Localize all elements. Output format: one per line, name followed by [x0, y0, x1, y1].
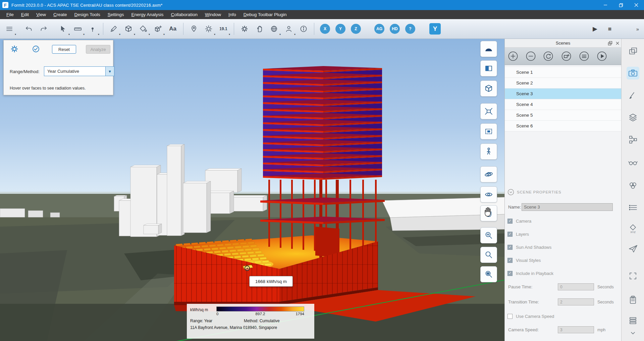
zoom-window-button[interactable]: [480, 247, 497, 263]
reset-button[interactable]: Reset: [52, 45, 76, 54]
undo-button[interactable]: [21, 21, 36, 36]
collaboration-button[interactable]: ▾: [281, 21, 296, 36]
main-menu-button[interactable]: ▾: [2, 21, 17, 36]
scene-row[interactable]: Scene 4: [505, 99, 621, 110]
display-halfstyle-button[interactable]: [480, 60, 497, 76]
layers-checkbox[interactable]: [507, 232, 513, 237]
use-camera-speed-checkbox[interactable]: [507, 314, 513, 319]
paint-tool-button[interactable]: ▾: [136, 21, 151, 36]
transition-time-input[interactable]: [558, 298, 594, 305]
scene-name-input[interactable]: [522, 203, 613, 211]
line-tool-button[interactable]: ▾: [106, 21, 121, 36]
update-scene-button[interactable]: [543, 51, 553, 61]
sun-and-shadows-checkbox[interactable]: [507, 245, 513, 250]
menu-design-tools[interactable]: Design Tools: [71, 10, 104, 19]
context-globe-button[interactable]: ▾: [267, 21, 281, 36]
camera-checkbox[interactable]: [507, 219, 513, 224]
display-monochrome-button[interactable]: [480, 80, 497, 97]
scene-properties-header[interactable]: SCENE PROPERTIES: [507, 189, 561, 195]
range-method-dropdown[interactable]: Year Cumulative ▼: [44, 66, 114, 76]
menu-energy-analysis[interactable]: Energy Analysis: [127, 10, 167, 19]
orbit-button[interactable]: [480, 166, 497, 182]
remove-scene-button[interactable]: [526, 51, 536, 61]
location-axes-button[interactable]: XYZ: [627, 222, 639, 235]
select-tool-button[interactable]: ▾: [56, 21, 70, 36]
ag-button[interactable]: AG: [374, 24, 384, 34]
display-shaded-button[interactable]: [480, 41, 497, 57]
scene-options-button[interactable]: [579, 51, 589, 61]
vr-panel-button[interactable]: [627, 156, 639, 169]
visual-styles-checkbox[interactable]: [507, 258, 513, 263]
menu-window[interactable]: Window: [201, 10, 225, 19]
sun-shadows-button[interactable]: ▾: [201, 21, 216, 36]
pan-hand-button[interactable]: [252, 21, 267, 36]
play-button[interactable]: ▶: [588, 21, 602, 36]
materials-panel-button[interactable]: [627, 89, 639, 102]
measure-tool-button[interactable]: ▾: [70, 21, 85, 36]
menu-view[interactable]: View: [33, 10, 50, 19]
zoom-model-button[interactable]: [480, 266, 497, 282]
analysis-tower[interactable]: [263, 66, 382, 180]
look-around-button[interactable]: [480, 186, 497, 203]
float-panel-button[interactable]: [606, 40, 614, 47]
properties-panel-button[interactable]: [627, 45, 639, 58]
menu-collaboration[interactable]: Collaboration: [167, 10, 202, 19]
axis-y-button[interactable]: Y: [335, 24, 345, 34]
group-tool-button[interactable]: ▾: [151, 21, 165, 36]
notes-panel-button[interactable]: [627, 293, 639, 306]
duplicate-scene-button[interactable]: [561, 51, 572, 61]
layers-panel-button[interactable]: [627, 111, 639, 124]
camera-speed-input[interactable]: [558, 326, 594, 333]
restore-button[interactable]: [613, 0, 629, 10]
pause-time-input[interactable]: [558, 283, 594, 290]
strip-collapse-button[interactable]: [629, 330, 637, 337]
play-scenes-button[interactable]: [597, 51, 607, 61]
menu-debug-toolbar-plugin[interactable]: Debug Toolbar Plugin: [240, 10, 290, 19]
menu-edit[interactable]: Edit: [17, 10, 33, 19]
stop-button[interactable]: ■: [602, 21, 617, 36]
text-tool-button[interactable]: Aa: [165, 21, 180, 36]
zoom-extents-button[interactable]: [480, 103, 497, 119]
scene-row[interactable]: Scene 2: [505, 78, 621, 89]
close-panel-button[interactable]: [614, 40, 621, 47]
plugin-logo-button[interactable]: Y: [429, 23, 441, 35]
settings-button[interactable]: [237, 21, 252, 36]
redo-button[interactable]: [36, 21, 51, 36]
toolbar-overflow-button[interactable]: »: [633, 21, 642, 36]
walkthrough-button[interactable]: [480, 144, 497, 160]
analyze-button[interactable]: Analyze: [86, 45, 110, 54]
stack-panel-button[interactable]: [627, 314, 639, 327]
axis-x-button[interactable]: X: [320, 24, 330, 34]
add-scene-button[interactable]: [508, 51, 518, 61]
scene-row[interactable]: Scene 5: [505, 110, 621, 121]
scene-row[interactable]: Scene 1: [505, 67, 621, 78]
include-in-playback-checkbox[interactable]: [507, 271, 513, 276]
close-button[interactable]: [629, 0, 644, 10]
menu-create[interactable]: Create: [50, 10, 71, 19]
menu-info[interactable]: Info: [225, 10, 240, 19]
share-panel-button[interactable]: [627, 242, 639, 255]
minimize-button[interactable]: [598, 0, 613, 10]
pan-button[interactable]: [480, 205, 497, 221]
scene-row-selected[interactable]: Scene 3: [505, 89, 621, 99]
scenes-panel-button[interactable]: [627, 67, 639, 79]
scene-row[interactable]: Scene 6: [505, 121, 621, 131]
help-button[interactable]: ?: [405, 24, 415, 34]
axis-z-button[interactable]: Z: [351, 24, 361, 34]
levels-button[interactable]: 19.1 ▾: [216, 21, 231, 36]
solar-settings-button[interactable]: [10, 44, 19, 55]
point-tool-button[interactable]: ▾: [85, 21, 100, 36]
solar-confirm-button[interactable]: [32, 45, 40, 54]
zoom-in-button[interactable]: [480, 227, 497, 243]
fullscreen-button[interactable]: [627, 270, 639, 282]
levels-panel-button[interactable]: [627, 202, 639, 214]
hd-button[interactable]: HD: [390, 24, 400, 34]
3d-viewport[interactable]: Reset Analyze Range/Method: Year Cumulat…: [0, 39, 504, 341]
primitive-tool-button[interactable]: ▾: [121, 21, 136, 36]
menu-file[interactable]: File: [3, 10, 17, 19]
menu-settings[interactable]: Settings: [104, 10, 128, 19]
location-button[interactable]: [186, 21, 201, 36]
info-button[interactable]: [296, 21, 311, 36]
environment-panel-button[interactable]: [627, 179, 639, 191]
groups-panel-button[interactable]: [627, 133, 639, 146]
